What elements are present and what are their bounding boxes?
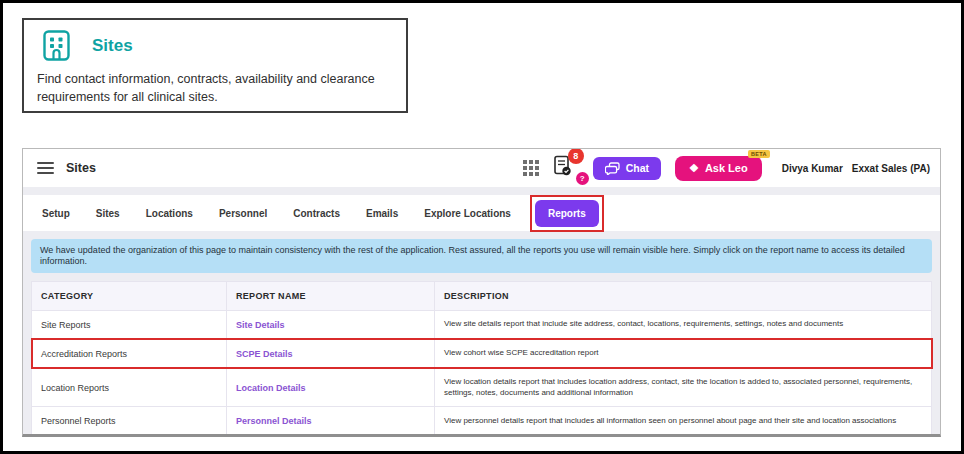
notifications-group[interactable]: 8 ? [553, 155, 579, 181]
table-row: Personnel Reports Personnel Details View… [32, 407, 932, 436]
chat-button-label: Chat [626, 162, 649, 174]
help-badge[interactable]: ? [576, 172, 589, 185]
tab-personnel[interactable]: Personnel [206, 208, 280, 219]
category-cell: Location Reports [32, 368, 227, 407]
notification-count-badge: 8 [568, 148, 584, 164]
category-cell: Personnel Reports [32, 436, 227, 437]
user-name: Divya Kumar [782, 163, 843, 174]
building-icon [43, 30, 70, 61]
category-cell: Accreditation Reports [32, 339, 227, 368]
description-cell: View cohort wise SCPE accreditation repo… [435, 339, 932, 368]
reports-table: CATEGORY REPORT NAME DESCRIPTION Site Re… [31, 281, 932, 437]
description-cell: View personnel details report that inclu… [435, 407, 932, 436]
app-header: Sites 8 ? [23, 149, 940, 187]
info-banner: We have updated the organization of this… [31, 239, 932, 273]
page-title: Sites [66, 161, 96, 175]
report-link-scpe-details[interactable]: SCPE Details [236, 349, 293, 359]
table-header-row: CATEGORY REPORT NAME DESCRIPTION [32, 281, 932, 310]
column-header-report-name: REPORT NAME [227, 281, 435, 310]
info-card-description: Find contact information, contracts, ava… [37, 70, 393, 106]
description-cell: View site details report that include si… [435, 310, 932, 339]
description-cell: View location details report that includ… [435, 368, 932, 407]
grid-icon[interactable] [523, 160, 539, 176]
screenshot-frame: Sites Find contact information, contract… [0, 0, 964, 454]
chat-button[interactable]: Chat [593, 157, 661, 180]
hamburger-menu-icon[interactable] [37, 162, 54, 174]
report-link-location-details[interactable]: Location Details [236, 383, 306, 393]
column-header-description: DESCRIPTION [435, 281, 932, 310]
user-menu[interactable]: Divya Kumar Exxat Sales (PA) [782, 163, 930, 174]
tabs-bar: Setup Sites Locations Personnel Contract… [23, 195, 940, 231]
sites-panel: Sites 8 ? [22, 148, 941, 437]
description-cell: View personnel location association deta… [435, 436, 932, 437]
sites-info-card: Sites Find contact information, contract… [22, 18, 408, 113]
table-row: Personnel Reports Personnel - Location D… [32, 436, 932, 437]
tab-locations[interactable]: Locations [133, 208, 206, 219]
info-card-title: Sites [92, 36, 133, 56]
tab-setup[interactable]: Setup [29, 208, 83, 219]
tab-explore-locations[interactable]: Explore Locations [411, 208, 524, 219]
tab-sites[interactable]: Sites [83, 208, 133, 219]
tab-contracts[interactable]: Contracts [280, 208, 353, 219]
tab-emails[interactable]: Emails [353, 208, 411, 219]
table-row: Location Reports Location Details View l… [32, 368, 932, 407]
reports-table-container: CATEGORY REPORT NAME DESCRIPTION Site Re… [31, 281, 932, 437]
beta-badge: BETA [748, 150, 770, 158]
account-name: Exxat Sales (PA) [852, 163, 930, 174]
category-cell: Site Reports [32, 310, 227, 339]
report-link-site-details[interactable]: Site Details [236, 320, 285, 330]
annotation-box-reports-tab: Reports [530, 195, 604, 232]
ask-leo-button[interactable]: ❖ Ask Leo BETA [675, 156, 762, 181]
table-row: Site Reports Site Details View site deta… [32, 310, 932, 339]
chat-bubbles-icon [605, 162, 620, 175]
tab-reports[interactable]: Reports [535, 200, 599, 227]
column-header-category: CATEGORY [32, 281, 227, 310]
report-link-personnel-details[interactable]: Personnel Details [236, 416, 312, 426]
diamond-icon: ❖ [689, 162, 699, 175]
table-row-highlighted: Accreditation Reports SCPE Details View … [32, 339, 932, 368]
ask-leo-button-label: Ask Leo [705, 162, 748, 174]
category-cell: Personnel Reports [32, 407, 227, 436]
